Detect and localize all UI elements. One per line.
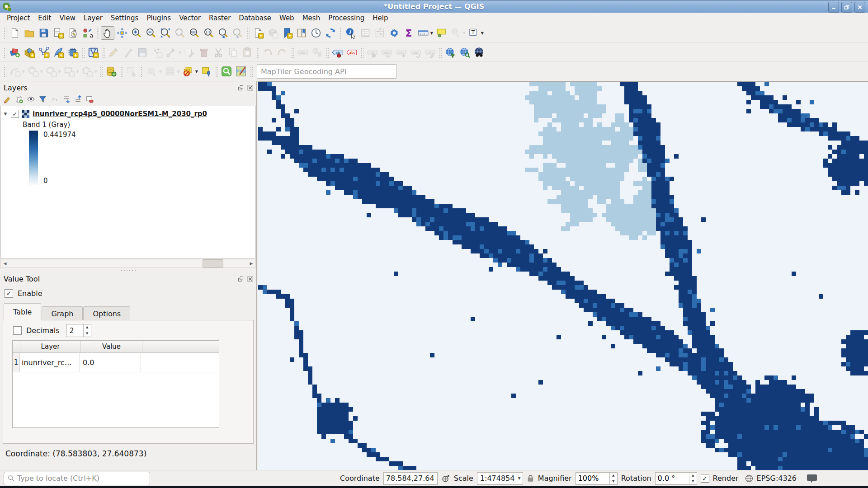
value-tool-close-button[interactable] [247,276,254,282]
layers-close-button[interactable] [247,84,254,91]
coordinate-input[interactable] [383,472,438,485]
enable-checkbox[interactable]: ✓ [5,289,13,298]
layer-checkbox[interactable]: ✓ [11,110,19,118]
menu-help[interactable]: Help [368,13,392,23]
style-manager-button[interactable]: a [80,26,94,40]
layers-horizontal-scrollbar[interactable]: ◀ ▶ [0,259,256,268]
zoom-full-button[interactable] [159,26,172,40]
extents-toggle-icon[interactable] [441,474,450,483]
close-button[interactable] [854,2,865,13]
menu-project[interactable]: Project [3,13,34,23]
data-source-manager-button[interactable] [8,46,22,59]
menu-web[interactable]: Web [275,13,298,23]
zoom-in-button[interactable] [130,26,143,40]
expand-all-button[interactable] [61,94,71,103]
messages-icon[interactable] [807,474,817,483]
new-spatialite-layer-button[interactable] [52,46,65,59]
metasearch-button[interactable] [472,46,486,59]
decimals-spinner[interactable]: 2 ▲▼ [66,324,91,337]
new-print-layout-button[interactable] [52,26,65,40]
pan-to-selection-button[interactable] [115,26,129,40]
zoom-native-button[interactable]: 1:1 [202,26,216,40]
identify-features-button[interactable]: i [344,26,358,40]
map-canvas[interactable] [258,81,868,470]
spin-down-icon[interactable]: ▼ [689,479,697,484]
collapse-all-button[interactable] [73,94,82,103]
new-temporary-scratch-layer-button[interactable] [66,46,80,59]
new-map-view-button[interactable] [251,26,265,40]
spin-down-icon[interactable]: ▼ [84,330,91,337]
select-by-location-button[interactable] [199,65,213,78]
open-layer-styling-button[interactable] [3,94,12,103]
menu-database[interactable]: Database [235,13,275,23]
magnifier-input[interactable] [576,473,609,484]
minimize-button[interactable] [828,2,839,13]
spin-up-icon[interactable]: ▲ [84,324,91,331]
restore-button[interactable] [841,2,852,13]
column-header-value[interactable]: Value [81,341,142,352]
rotation-spinner[interactable]: ▲▼ [655,472,697,485]
remove-layer-button[interactable] [85,94,94,103]
scale-combo[interactable]: 1:474854 ▼ [477,472,523,485]
zoom-last-button[interactable] [217,26,230,40]
rotation-input[interactable] [656,473,689,484]
deselect-features-button[interactable]: ▼ [181,65,195,78]
new-geopackage-layer-button[interactable] [23,46,36,59]
tab-options[interactable]: Options [83,306,130,320]
manage-map-themes-button[interactable] [26,94,35,103]
new-shapefile-layer-button[interactable] [37,46,51,59]
scroll-left-icon[interactable]: ◀ [1,259,9,267]
refresh-button[interactable] [324,26,337,40]
dock-splitter[interactable] [0,268,256,272]
pan-map-button[interactable] [101,26,114,40]
crs-label[interactable]: EPSG:4326 [757,474,797,483]
spin-up-icon[interactable]: ▲ [610,473,617,479]
menu-processing[interactable]: Processing [324,13,368,23]
menu-raster[interactable]: Raster [205,13,235,23]
scrollbar-thumb[interactable] [203,259,223,267]
menu-plugins[interactable]: Plugins [142,13,175,23]
menu-edit[interactable]: Edit [34,13,55,23]
processing-toolbox-button[interactable] [387,26,401,40]
new-virtual-layer-button[interactable] [86,46,100,59]
osm-place-search-button[interactable] [220,65,233,78]
web-service-search-button[interactable] [458,46,472,59]
value-tool-float-button[interactable] [237,276,244,282]
locator-input[interactable] [16,474,150,483]
show-statistics-button[interactable]: Σ [402,26,415,40]
highlight-labels-button[interactable]: abc [345,46,359,59]
show-bookmarks-button[interactable] [295,26,308,40]
magnifier-spinner[interactable]: ▲▼ [576,472,618,485]
table-row[interactable]: 1 inunriver_rc… 0.0 [13,353,219,372]
column-header-layer[interactable]: Layer [20,341,81,352]
filter-legend-button[interactable] [38,94,47,103]
zoom-to-layer-button[interactable] [188,26,201,40]
tab-table[interactable]: Table [4,303,41,320]
text-annotation-button[interactable]: T▼ [467,26,481,40]
layer-item[interactable]: ▼ ✓ inunriver_rcp4p5_00000NorESM1-M_2030… [1,108,255,120]
layers-float-button[interactable] [237,84,244,91]
tab-graph[interactable]: Graph [42,306,83,320]
spin-down-icon[interactable]: ▼ [610,479,617,484]
menu-mesh[interactable]: Mesh [298,13,325,23]
decimals-checkbox[interactable] [13,326,22,335]
spin-up-icon[interactable]: ▲ [689,473,697,479]
new-project-button[interactable] [8,26,22,40]
menu-settings[interactable]: Settings [107,13,143,23]
new-spatial-bookmark-button[interactable] [280,26,294,40]
menu-layer[interactable]: Layer [80,13,107,23]
osm-map-button[interactable] [234,65,248,78]
measure-line-button[interactable]: ▼ [416,26,430,40]
menu-vector[interactable]: Vector [175,13,205,23]
render-checkbox[interactable]: ✓ [701,474,709,483]
db-manager-button[interactable] [104,65,118,78]
add-group-button[interactable] [14,94,24,103]
map-tips-button[interactable] [434,26,448,40]
temporal-controller-button[interactable] [309,26,323,40]
save-project-button[interactable] [37,26,51,40]
expander-icon[interactable]: ▼ [1,112,10,116]
web-service-add-button[interactable] [443,46,457,59]
show-layout-manager-button[interactable] [66,26,80,40]
scroll-right-icon[interactable]: ▶ [247,259,255,267]
open-project-button[interactable] [23,26,36,40]
